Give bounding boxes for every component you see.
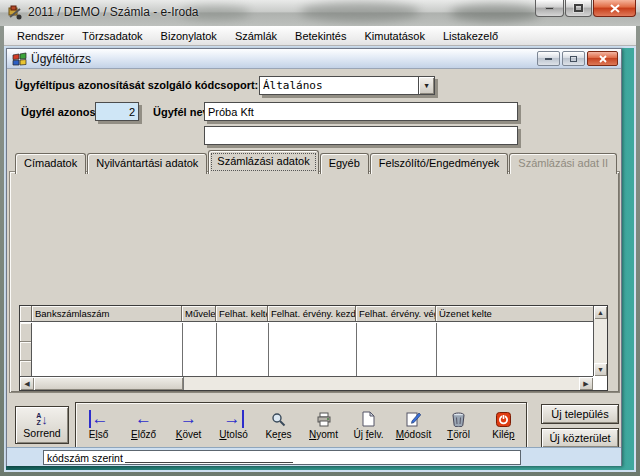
horizontal-scrollbar[interactable]: ◀ ▶ xyxy=(20,376,593,390)
search-icon xyxy=(271,410,286,428)
maximize-icon xyxy=(574,4,583,12)
sort-button[interactable]: AZ ↓ Sorrend xyxy=(15,406,69,444)
grid-row-selector[interactable] xyxy=(20,323,31,342)
new-record-button[interactable]: Új felv. xyxy=(346,403,391,447)
grid-col-felhat-erveny-kezdete: Felhat. érvény. kezdete xyxy=(268,306,356,321)
previous-button-label: Előző xyxy=(131,429,156,440)
menu-item-listakezelo[interactable]: Listakezelő xyxy=(434,28,507,44)
previous-record-icon: ← xyxy=(135,410,152,428)
scroll-left-icon[interactable]: ◀ xyxy=(20,377,34,390)
grid-col-felhat-kelte: Felhat. kelte xyxy=(216,306,268,321)
tab-szamlazasi-adat-2: Számlázási adat II xyxy=(509,153,617,174)
scroll-down-icon[interactable]: ▼ xyxy=(594,363,607,376)
close-icon xyxy=(599,55,607,63)
input-caret-line xyxy=(125,453,293,463)
scrollbar-thumb[interactable] xyxy=(34,377,184,390)
edit-pencil-icon xyxy=(406,410,421,428)
title-bar[interactable]: 2011 / DEMO / Számla - e-Iroda xyxy=(0,0,640,26)
menu-bar: Rendszer Törzsadatok Bizonylatok Számlák… xyxy=(4,26,636,46)
minimize-button[interactable] xyxy=(535,0,564,17)
dialog-close-button[interactable] xyxy=(587,51,618,66)
application-window: 2011 / DEMO / Számla - e-Iroda Rendszer … xyxy=(0,0,640,476)
close-button[interactable] xyxy=(593,0,636,17)
window-title: 2011 / DEMO / Számla - e-Iroda xyxy=(28,5,199,19)
scroll-up-icon[interactable]: ▲ xyxy=(594,306,607,319)
delete-button-label: Töröl xyxy=(447,429,470,440)
grid-row-selector-column xyxy=(20,323,32,376)
grid-column-divider xyxy=(182,323,183,376)
dialog-maximize-button[interactable] xyxy=(562,51,585,66)
print-button[interactable]: Nyomt xyxy=(301,403,346,447)
last-button[interactable]: → Utolsó xyxy=(211,403,256,447)
sort-icon: AZ ↓ xyxy=(36,411,48,427)
app-icon xyxy=(7,4,24,21)
tab-strip: Címadatok Nyilvántartási adatok Számlázá… xyxy=(15,150,618,174)
minimize-icon xyxy=(545,7,554,10)
modify-button-label: Módosít xyxy=(396,429,432,440)
grid-col-bankszamlaszam: Bankszámlaszám xyxy=(32,306,182,321)
dialog-minimize-button[interactable] xyxy=(537,51,560,66)
trash-icon xyxy=(451,410,466,428)
delete-button[interactable]: Töröl xyxy=(436,403,481,447)
grid-row-selector[interactable] xyxy=(20,342,31,361)
code-group-value: Általános xyxy=(260,77,418,94)
status-bar: kódszám szerint xyxy=(7,447,621,466)
menu-item-szamlak[interactable]: Számlák xyxy=(226,28,286,44)
modify-button[interactable]: Módosít xyxy=(391,403,436,447)
first-button[interactable]: ← Első xyxy=(76,403,121,447)
order-search-input[interactable]: kódszám szerint xyxy=(43,450,521,465)
grid-column-divider xyxy=(216,323,217,376)
next-button[interactable]: → Követ xyxy=(166,403,211,447)
first-button-label: Első xyxy=(89,429,108,440)
dialog-title-bar[interactable]: Ügyféltörzs xyxy=(7,49,621,69)
last-button-label: Utolsó xyxy=(219,429,247,440)
menu-item-bizonylatok[interactable]: Bizonylatok xyxy=(152,28,226,44)
tab-felszolito-engedmenyek[interactable]: Felszólító/Engedmények xyxy=(370,153,508,174)
exit-button-label: Kilép xyxy=(492,429,514,440)
chevron-down-icon[interactable]: ▼ xyxy=(418,77,434,94)
customer-name2-field[interactable] xyxy=(204,126,518,145)
sort-button-label: Sorrend xyxy=(23,427,60,439)
minimize-icon xyxy=(545,58,552,60)
menu-item-kimutatasok[interactable]: Kimutatások xyxy=(355,28,434,44)
printer-icon xyxy=(316,410,332,428)
next-record-icon: → xyxy=(180,410,197,428)
previous-button[interactable]: ← Előző xyxy=(121,403,166,447)
tab-nyilvantartasi-adatok[interactable]: Nyilvántartási adatok xyxy=(87,153,207,174)
search-button[interactable]: Keres xyxy=(256,403,301,447)
last-record-icon: → xyxy=(224,410,244,428)
menu-item-torzsadatok[interactable]: Törzsadatok xyxy=(73,28,152,44)
bank-statements-grid: Bankszámlaszám Művelet Felhat. kelte Fel… xyxy=(19,305,608,391)
close-icon xyxy=(610,4,620,13)
search-button-label: Keres xyxy=(265,429,291,440)
dialog-windows-icon xyxy=(12,52,27,66)
grid-col-felhat-erveny-vege: Felhat. érvény. vége xyxy=(356,306,436,321)
new-page-icon xyxy=(362,410,375,428)
glass-blur-decoration xyxy=(300,2,420,22)
grid-column-divider xyxy=(436,323,437,376)
glass-blur-decoration xyxy=(450,4,540,22)
scroll-right-icon[interactable]: ▶ xyxy=(579,377,593,390)
scrollbar-track[interactable] xyxy=(184,377,579,390)
customer-id-field[interactable]: 2 xyxy=(95,102,139,121)
new-public-area-button[interactable]: Új közterület xyxy=(541,428,619,448)
customer-name-field[interactable]: Próba Kft xyxy=(204,102,518,121)
grid-col-muvelet: Művelet xyxy=(182,306,216,321)
first-record-icon: ← xyxy=(89,410,109,428)
grid-selector-header xyxy=(20,306,32,321)
grid-body[interactable] xyxy=(20,323,593,376)
tab-cimadatok[interactable]: Címadatok xyxy=(15,153,86,174)
exit-power-icon xyxy=(496,410,511,428)
tab-egyeb[interactable]: Egyéb xyxy=(320,153,369,174)
code-group-combobox[interactable]: Általános ▼ xyxy=(259,76,435,95)
menu-item-rendszer[interactable]: Rendszer xyxy=(8,28,73,44)
print-button-label: Nyomt xyxy=(309,429,338,440)
dialog-title: Ügyféltörzs xyxy=(31,52,535,66)
exit-button[interactable]: Kilép xyxy=(481,403,526,447)
tab-szamlazasi-adatok[interactable]: Számlázási adatok xyxy=(208,150,318,174)
new-settlement-button[interactable]: Új település xyxy=(541,404,619,424)
grid-column-divider xyxy=(268,323,269,376)
menu-item-betekintes[interactable]: Betekintés xyxy=(286,28,355,44)
maximize-button[interactable] xyxy=(565,0,592,17)
vertical-scrollbar[interactable]: ▲ ▼ xyxy=(593,306,607,376)
